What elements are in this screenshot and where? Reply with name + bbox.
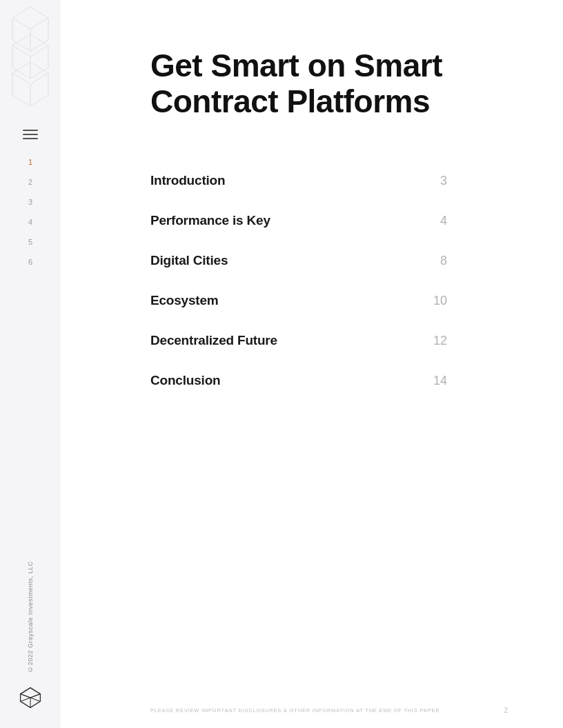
toc-item-digital-cities[interactable]: Digital Cities 8: [150, 241, 447, 281]
grayscale-logo: [18, 685, 43, 713]
svg-line-18: [30, 698, 40, 701]
page-nav-3[interactable]: 3: [28, 199, 32, 206]
toc-item-introduction[interactable]: Introduction 3: [150, 161, 447, 201]
svg-line-17: [21, 698, 30, 701]
toc-item-ecosystem[interactable]: Ecosystem 10: [150, 281, 447, 321]
footer-page-number: 2: [504, 707, 508, 714]
svg-marker-7: [30, 46, 48, 79]
svg-marker-2: [12, 18, 30, 51]
toc-label-conclusion: Conclusion: [150, 373, 220, 388]
svg-marker-11: [30, 73, 48, 106]
toc-item-decentralized-future[interactable]: Decentralized Future 12: [150, 321, 447, 361]
sidebar: 1 2 3 4 5 6 ©2022 Grayscale Investments,…: [0, 0, 61, 728]
toc-page-ecosystem: 10: [433, 294, 447, 308]
footer-disclaimer: PLEASE REVIEW IMPORTANT DISCLOSURES & OT…: [150, 707, 442, 714]
title-line1: Get Smart on Smart: [150, 48, 442, 83]
svg-marker-10: [12, 73, 30, 106]
svg-marker-3: [30, 18, 48, 51]
toc-label-ecosystem: Ecosystem: [150, 293, 219, 308]
toc-page-introduction: 3: [440, 174, 447, 188]
page-number-nav: 1 2 3 4 5 6: [28, 159, 32, 266]
svg-marker-13: [21, 688, 41, 698]
toc-page-conclusion: 14: [433, 374, 447, 388]
toc-label-performance: Performance is Key: [150, 213, 270, 228]
toc-item-performance[interactable]: Performance is Key 4: [150, 201, 447, 241]
copyright-section: ©2022 Grayscale Investments, LLC: [0, 561, 61, 673]
menu-line: [23, 130, 38, 131]
hamburger-menu-icon[interactable]: [23, 130, 38, 139]
copyright-text: ©2022 Grayscale Investments, LLC: [27, 561, 34, 673]
decorative-pattern: [0, 0, 61, 124]
page-nav-6[interactable]: 6: [28, 259, 32, 266]
page-nav-2[interactable]: 2: [28, 179, 32, 186]
page-nav-4[interactable]: 4: [28, 219, 32, 226]
toc-page-digital-cities: 8: [440, 254, 447, 268]
menu-line: [23, 134, 38, 135]
svg-line-14: [21, 694, 30, 698]
toc-label-decentralized-future: Decentralized Future: [150, 333, 277, 348]
main-content: Get Smart on Smart Contract Platforms In…: [61, 0, 563, 728]
svg-line-15: [30, 694, 40, 698]
menu-line: [23, 138, 38, 139]
table-of-contents: Introduction 3 Performance is Key 4 Digi…: [150, 161, 447, 401]
title-line2: Contract Platforms: [150, 83, 430, 119]
document-title: Get Smart on Smart Contract Platforms: [150, 48, 482, 119]
toc-page-decentralized-future: 12: [433, 334, 447, 348]
svg-marker-1: [12, 7, 48, 29]
toc-page-performance: 4: [440, 214, 447, 228]
page-nav-5[interactable]: 5: [28, 239, 32, 246]
svg-marker-6: [12, 46, 30, 79]
page-nav-1[interactable]: 1: [28, 159, 32, 166]
toc-item-conclusion[interactable]: Conclusion 14: [150, 361, 447, 401]
toc-label-introduction: Introduction: [150, 173, 225, 188]
toc-label-digital-cities: Digital Cities: [150, 253, 228, 268]
page-footer: PLEASE REVIEW IMPORTANT DISCLOSURES & OT…: [61, 707, 563, 714]
